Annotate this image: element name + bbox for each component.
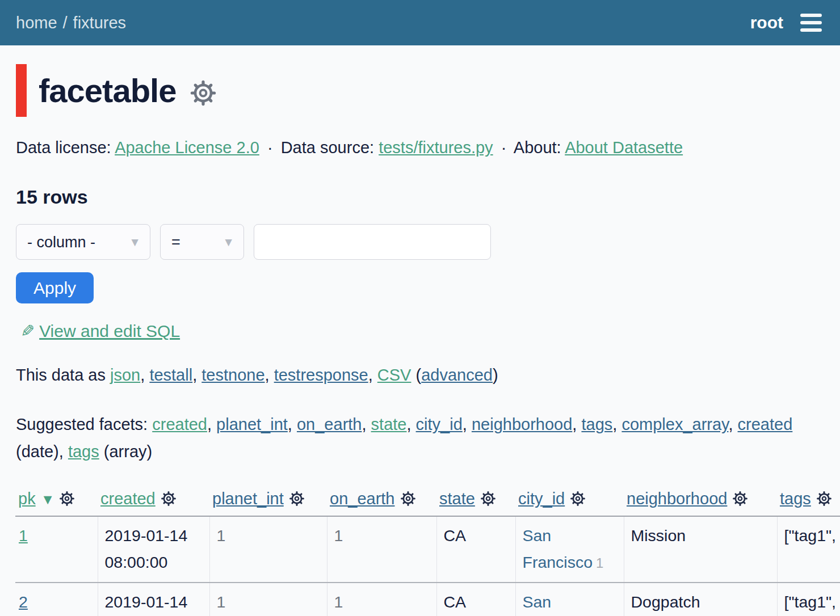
sort-column-city-id-link[interactable]: city_id [518, 490, 565, 508]
cell-neighborhood: Dogpatch [624, 583, 777, 616]
column-cog-icon[interactable] [480, 491, 496, 507]
breadcrumb: home/fixtures [16, 14, 126, 32]
cell-created: 2019-01-14 08:00:00 [98, 516, 209, 583]
column-cog-icon[interactable] [732, 491, 748, 507]
about-link[interactable]: About Datasette [565, 138, 683, 157]
facet-link[interactable]: state [371, 415, 407, 433]
column-header-created: created [98, 487, 209, 516]
export-links-row: This data as json, testall, testnone, te… [16, 366, 824, 385]
logged-in-user-label[interactable]: root [750, 13, 783, 32]
breadcrumb-home-link[interactable]: home [16, 14, 57, 32]
table-header-row: pk▼ created planet_int on_earth state ci… [15, 487, 840, 516]
rows-table-container: pk▼ created planet_int on_earth state ci… [15, 487, 840, 616]
sort-column-tags-link[interactable]: tags [780, 490, 811, 508]
cell-pk: 2 [15, 583, 98, 616]
export-link-testresponse[interactable]: testresponse [274, 366, 368, 384]
facet-link[interactable]: neighborhood [472, 415, 572, 433]
sort-column-planet-int-link[interactable]: planet_int [212, 490, 284, 508]
license-label: Data license: [16, 138, 111, 157]
facet-link[interactable]: created [738, 415, 793, 433]
column-header-state: state [436, 487, 515, 516]
cell-neighborhood: Mission [624, 516, 777, 583]
cell-pk: 1 [15, 516, 98, 583]
cell-state: CA [436, 516, 515, 583]
column-header-on-earth: on_earth [327, 487, 436, 516]
breadcrumb-separator: / [63, 14, 68, 32]
facet-link[interactable]: planet_int [216, 415, 288, 433]
facet-link[interactable]: on_earth [297, 415, 362, 433]
cell-state: CA [436, 583, 515, 616]
column-cog-icon[interactable] [570, 491, 586, 507]
suggested-facets-row: Suggested facets: created, planet_int, o… [16, 411, 825, 465]
sql-link-row: ✎View and edit SQL [16, 321, 824, 341]
city-link[interactable]: San Francisco [523, 526, 593, 571]
row-pk-link[interactable]: 1 [19, 526, 28, 545]
metadata-line: Data license: Apache License 2.0 · Data … [16, 138, 824, 157]
pencil-icon: ✎ [20, 321, 35, 341]
filter-column-select[interactable]: - column - [16, 224, 150, 260]
facet-link[interactable]: tags [68, 442, 99, 461]
license-link[interactable]: Apache License 2.0 [115, 138, 259, 157]
column-header-city-id: city_id [515, 487, 624, 516]
filter-value-input[interactable] [254, 224, 491, 260]
facet-link[interactable]: created [152, 415, 207, 433]
row-pk-link[interactable]: 2 [19, 593, 28, 611]
export-link-csv[interactable]: CSV [377, 366, 411, 384]
sort-column-state-link[interactable]: state [439, 490, 475, 508]
city-link[interactable]: San Francisco [523, 593, 593, 616]
column-header-pk: pk▼ [15, 487, 98, 516]
table-settings-gear-icon[interactable] [190, 79, 217, 107]
cell-created: 2019-01-14 08:00:00 [98, 583, 209, 616]
apply-button[interactable]: Apply [16, 272, 94, 303]
export-prefix: This data as [16, 366, 106, 384]
sort-column-created-link[interactable]: created [100, 490, 156, 508]
page-header: facetable [16, 64, 840, 117]
about-label: About: [514, 138, 561, 157]
rows-table: pk▼ created planet_int on_earth state ci… [15, 487, 840, 616]
cell-city-id: San Francisco1 [515, 583, 624, 616]
source-label: Data source: [281, 138, 374, 157]
source-link[interactable]: tests/fixtures.py [379, 138, 493, 157]
cell-planet-int: 1 [209, 516, 327, 583]
cell-tags: ["tag1", "tag3"] [777, 583, 840, 616]
column-cog-icon[interactable] [400, 491, 416, 507]
sort-column-pk-link[interactable]: pk [18, 490, 36, 508]
page-title: facetable [39, 71, 176, 109]
facet-link[interactable]: tags [581, 415, 612, 433]
cell-planet-int: 1 [209, 583, 327, 616]
top-nav: home/fixtures root [0, 0, 840, 45]
filter-operator-select[interactable]: = [160, 224, 244, 260]
export-link-testnone[interactable]: testnone [201, 366, 264, 384]
column-cog-icon[interactable] [816, 491, 832, 507]
table-row: 1 2019-01-14 08:00:00 1 1 CA San Francis… [15, 516, 840, 583]
column-header-tags: tags [777, 487, 840, 516]
column-cog-icon[interactable] [289, 491, 305, 507]
export-link-json[interactable]: json [110, 366, 140, 384]
facets-prefix: Suggested facets: [16, 415, 148, 433]
foreign-key-id: 1 [596, 555, 603, 571]
column-header-planet-int: planet_int [209, 487, 327, 516]
accent-bar [16, 64, 27, 117]
sort-column-on-earth-link[interactable]: on_earth [330, 490, 395, 508]
facet-link[interactable]: city_id [416, 415, 463, 433]
column-header-neighborhood: neighborhood [624, 487, 777, 516]
cell-on-earth: 1 [327, 516, 436, 583]
cell-tags: ["tag1", "tag2"] [777, 516, 840, 583]
facet-link[interactable]: complex_array [621, 415, 728, 433]
column-cog-icon[interactable] [59, 491, 75, 507]
table-row: 2 2019-01-14 08:00:00 1 1 CA San Francis… [15, 583, 840, 616]
export-link-testall[interactable]: testall [149, 366, 192, 384]
sort-column-neighborhood-link[interactable]: neighborhood [627, 490, 727, 508]
cell-city-id: San Francisco1 [515, 516, 624, 583]
row-count: 15 rows [16, 186, 824, 208]
filter-form: - column - ▼ = ▼ [16, 224, 824, 260]
breadcrumb-database-link[interactable]: fixtures [73, 14, 126, 32]
sort-desc-icon: ▼ [41, 491, 55, 507]
export-link-advanced[interactable]: advanced [421, 366, 493, 384]
cell-on-earth: 1 [327, 583, 436, 616]
column-cog-icon[interactable] [161, 491, 177, 507]
hamburger-menu-icon[interactable] [800, 14, 822, 32]
view-edit-sql-link[interactable]: View and edit SQL [39, 322, 180, 340]
